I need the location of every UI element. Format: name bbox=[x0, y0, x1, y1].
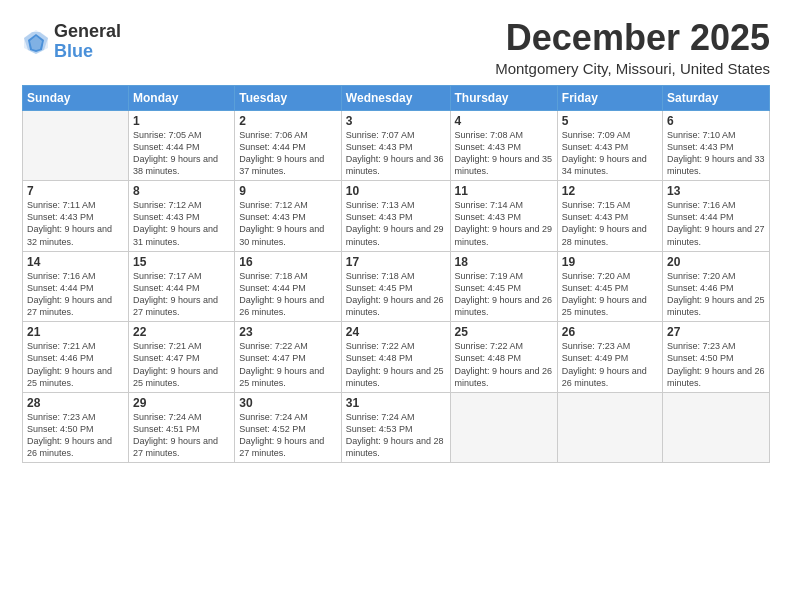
calendar-header-sunday: Sunday bbox=[23, 85, 129, 110]
calendar-cell: 28Sunrise: 7:23 AMSunset: 4:50 PMDayligh… bbox=[23, 392, 129, 463]
calendar-cell: 20Sunrise: 7:20 AMSunset: 4:46 PMDayligh… bbox=[663, 251, 770, 322]
day-number: 26 bbox=[562, 325, 658, 339]
calendar-header-thursday: Thursday bbox=[450, 85, 557, 110]
day-number: 1 bbox=[133, 114, 230, 128]
calendar-cell: 31Sunrise: 7:24 AMSunset: 4:53 PMDayligh… bbox=[341, 392, 450, 463]
calendar-cell: 29Sunrise: 7:24 AMSunset: 4:51 PMDayligh… bbox=[129, 392, 235, 463]
day-info: Sunrise: 7:24 AMSunset: 4:53 PMDaylight:… bbox=[346, 411, 446, 460]
calendar-cell: 23Sunrise: 7:22 AMSunset: 4:47 PMDayligh… bbox=[235, 322, 342, 393]
day-info: Sunrise: 7:08 AMSunset: 4:43 PMDaylight:… bbox=[455, 129, 553, 178]
day-info: Sunrise: 7:22 AMSunset: 4:48 PMDaylight:… bbox=[455, 340, 553, 389]
calendar-cell: 27Sunrise: 7:23 AMSunset: 4:50 PMDayligh… bbox=[663, 322, 770, 393]
day-number: 28 bbox=[27, 396, 124, 410]
day-info: Sunrise: 7:20 AMSunset: 4:46 PMDaylight:… bbox=[667, 270, 765, 319]
day-info: Sunrise: 7:12 AMSunset: 4:43 PMDaylight:… bbox=[239, 199, 337, 248]
calendar-header-monday: Monday bbox=[129, 85, 235, 110]
title-area: December 2025 Montgomery City, Missouri,… bbox=[495, 18, 770, 77]
calendar-cell: 26Sunrise: 7:23 AMSunset: 4:49 PMDayligh… bbox=[557, 322, 662, 393]
day-number: 22 bbox=[133, 325, 230, 339]
day-number: 7 bbox=[27, 184, 124, 198]
calendar-cell: 21Sunrise: 7:21 AMSunset: 4:46 PMDayligh… bbox=[23, 322, 129, 393]
day-number: 16 bbox=[239, 255, 337, 269]
day-info: Sunrise: 7:12 AMSunset: 4:43 PMDaylight:… bbox=[133, 199, 230, 248]
day-info: Sunrise: 7:23 AMSunset: 4:50 PMDaylight:… bbox=[27, 411, 124, 460]
calendar-cell: 22Sunrise: 7:21 AMSunset: 4:47 PMDayligh… bbox=[129, 322, 235, 393]
calendar-cell: 19Sunrise: 7:20 AMSunset: 4:45 PMDayligh… bbox=[557, 251, 662, 322]
calendar-cell bbox=[450, 392, 557, 463]
calendar-cell: 12Sunrise: 7:15 AMSunset: 4:43 PMDayligh… bbox=[557, 181, 662, 252]
calendar-cell: 11Sunrise: 7:14 AMSunset: 4:43 PMDayligh… bbox=[450, 181, 557, 252]
day-number: 10 bbox=[346, 184, 446, 198]
day-info: Sunrise: 7:16 AMSunset: 4:44 PMDaylight:… bbox=[27, 270, 124, 319]
calendar-cell: 25Sunrise: 7:22 AMSunset: 4:48 PMDayligh… bbox=[450, 322, 557, 393]
day-info: Sunrise: 7:21 AMSunset: 4:47 PMDaylight:… bbox=[133, 340, 230, 389]
calendar-cell: 15Sunrise: 7:17 AMSunset: 4:44 PMDayligh… bbox=[129, 251, 235, 322]
calendar-cell: 13Sunrise: 7:16 AMSunset: 4:44 PMDayligh… bbox=[663, 181, 770, 252]
day-number: 31 bbox=[346, 396, 446, 410]
day-number: 11 bbox=[455, 184, 553, 198]
day-number: 4 bbox=[455, 114, 553, 128]
day-number: 12 bbox=[562, 184, 658, 198]
calendar-cell: 8Sunrise: 7:12 AMSunset: 4:43 PMDaylight… bbox=[129, 181, 235, 252]
calendar-cell: 2Sunrise: 7:06 AMSunset: 4:44 PMDaylight… bbox=[235, 110, 342, 181]
day-info: Sunrise: 7:21 AMSunset: 4:46 PMDaylight:… bbox=[27, 340, 124, 389]
day-number: 9 bbox=[239, 184, 337, 198]
day-info: Sunrise: 7:10 AMSunset: 4:43 PMDaylight:… bbox=[667, 129, 765, 178]
day-number: 30 bbox=[239, 396, 337, 410]
calendar-header-tuesday: Tuesday bbox=[235, 85, 342, 110]
day-number: 20 bbox=[667, 255, 765, 269]
calendar-cell: 10Sunrise: 7:13 AMSunset: 4:43 PMDayligh… bbox=[341, 181, 450, 252]
day-info: Sunrise: 7:22 AMSunset: 4:47 PMDaylight:… bbox=[239, 340, 337, 389]
calendar-week-3: 21Sunrise: 7:21 AMSunset: 4:46 PMDayligh… bbox=[23, 322, 770, 393]
day-number: 29 bbox=[133, 396, 230, 410]
day-info: Sunrise: 7:20 AMSunset: 4:45 PMDaylight:… bbox=[562, 270, 658, 319]
day-info: Sunrise: 7:09 AMSunset: 4:43 PMDaylight:… bbox=[562, 129, 658, 178]
calendar-cell bbox=[663, 392, 770, 463]
day-number: 13 bbox=[667, 184, 765, 198]
day-info: Sunrise: 7:07 AMSunset: 4:43 PMDaylight:… bbox=[346, 129, 446, 178]
day-number: 8 bbox=[133, 184, 230, 198]
day-number: 25 bbox=[455, 325, 553, 339]
location: Montgomery City, Missouri, United States bbox=[495, 60, 770, 77]
calendar-week-2: 14Sunrise: 7:16 AMSunset: 4:44 PMDayligh… bbox=[23, 251, 770, 322]
calendar-cell: 9Sunrise: 7:12 AMSunset: 4:43 PMDaylight… bbox=[235, 181, 342, 252]
day-number: 23 bbox=[239, 325, 337, 339]
calendar-header-row: SundayMondayTuesdayWednesdayThursdayFrid… bbox=[23, 85, 770, 110]
calendar-cell: 3Sunrise: 7:07 AMSunset: 4:43 PMDaylight… bbox=[341, 110, 450, 181]
page: General Blue December 2025 Montgomery Ci… bbox=[0, 0, 792, 612]
logo-icon bbox=[22, 28, 50, 56]
calendar-cell: 14Sunrise: 7:16 AMSunset: 4:44 PMDayligh… bbox=[23, 251, 129, 322]
day-info: Sunrise: 7:11 AMSunset: 4:43 PMDaylight:… bbox=[27, 199, 124, 248]
calendar-cell: 6Sunrise: 7:10 AMSunset: 4:43 PMDaylight… bbox=[663, 110, 770, 181]
day-info: Sunrise: 7:13 AMSunset: 4:43 PMDaylight:… bbox=[346, 199, 446, 248]
day-number: 14 bbox=[27, 255, 124, 269]
day-info: Sunrise: 7:18 AMSunset: 4:45 PMDaylight:… bbox=[346, 270, 446, 319]
day-info: Sunrise: 7:06 AMSunset: 4:44 PMDaylight:… bbox=[239, 129, 337, 178]
day-info: Sunrise: 7:19 AMSunset: 4:45 PMDaylight:… bbox=[455, 270, 553, 319]
calendar-header-wednesday: Wednesday bbox=[341, 85, 450, 110]
header: General Blue December 2025 Montgomery Ci… bbox=[22, 18, 770, 77]
day-number: 19 bbox=[562, 255, 658, 269]
day-info: Sunrise: 7:24 AMSunset: 4:51 PMDaylight:… bbox=[133, 411, 230, 460]
calendar-cell: 17Sunrise: 7:18 AMSunset: 4:45 PMDayligh… bbox=[341, 251, 450, 322]
day-info: Sunrise: 7:05 AMSunset: 4:44 PMDaylight:… bbox=[133, 129, 230, 178]
logo-blue: Blue bbox=[54, 42, 121, 62]
calendar-header-friday: Friday bbox=[557, 85, 662, 110]
calendar-header-saturday: Saturday bbox=[663, 85, 770, 110]
day-info: Sunrise: 7:18 AMSunset: 4:44 PMDaylight:… bbox=[239, 270, 337, 319]
day-number: 2 bbox=[239, 114, 337, 128]
calendar-cell: 24Sunrise: 7:22 AMSunset: 4:48 PMDayligh… bbox=[341, 322, 450, 393]
month-title: December 2025 bbox=[495, 18, 770, 58]
day-info: Sunrise: 7:17 AMSunset: 4:44 PMDaylight:… bbox=[133, 270, 230, 319]
calendar-cell: 5Sunrise: 7:09 AMSunset: 4:43 PMDaylight… bbox=[557, 110, 662, 181]
calendar-cell: 30Sunrise: 7:24 AMSunset: 4:52 PMDayligh… bbox=[235, 392, 342, 463]
day-info: Sunrise: 7:16 AMSunset: 4:44 PMDaylight:… bbox=[667, 199, 765, 248]
calendar-week-4: 28Sunrise: 7:23 AMSunset: 4:50 PMDayligh… bbox=[23, 392, 770, 463]
calendar-table: SundayMondayTuesdayWednesdayThursdayFrid… bbox=[22, 85, 770, 464]
day-number: 27 bbox=[667, 325, 765, 339]
day-number: 17 bbox=[346, 255, 446, 269]
calendar-cell: 18Sunrise: 7:19 AMSunset: 4:45 PMDayligh… bbox=[450, 251, 557, 322]
day-info: Sunrise: 7:24 AMSunset: 4:52 PMDaylight:… bbox=[239, 411, 337, 460]
day-number: 15 bbox=[133, 255, 230, 269]
logo-text: General Blue bbox=[54, 22, 121, 62]
